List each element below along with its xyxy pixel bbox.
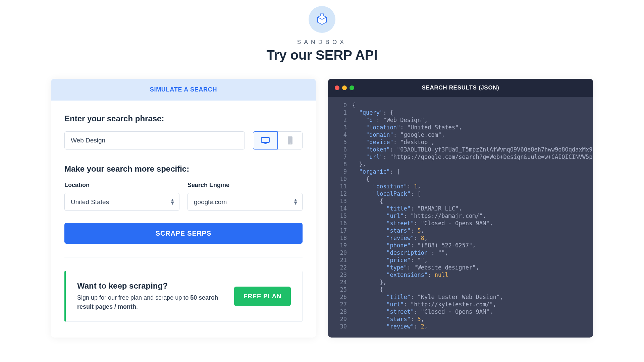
location-select[interactable]: United States (64, 193, 179, 211)
phrase-label: Enter your search phrase: (64, 114, 303, 123)
free-plan-button[interactable]: FREE PLAN (234, 287, 291, 306)
box-icon (309, 6, 335, 33)
line-gutter: 0123456789101112131415161718192021222324… (328, 102, 352, 338)
divider (64, 257, 303, 257)
promo-subtitle: Sign up for our free plan and scrape up … (77, 293, 226, 311)
hero-title: Try our SERP API (0, 48, 644, 63)
svg-rect-0 (261, 137, 269, 142)
hero-eyebrow: SANDBOX (0, 39, 644, 46)
device-desktop-button[interactable] (253, 131, 278, 149)
scrape-button[interactable]: SCRAPE SERPS (64, 223, 303, 244)
results-title: SEARCH RESULTS (JSON) (328, 84, 593, 91)
device-mobile-button[interactable] (278, 131, 303, 149)
svg-point-2 (289, 143, 290, 144)
search-phrase-input[interactable] (64, 131, 245, 149)
json-output: { "query": { "q": "Web Design", "locatio… (352, 102, 593, 338)
promo-title: Want to keep scraping? (77, 281, 226, 291)
promo-box: Want to keep scraping? Sign up for our f… (64, 271, 303, 322)
simulate-header: SIMULATE A SEARCH (51, 79, 316, 101)
chevron-updown-icon: ▲▼ (293, 198, 298, 205)
engine-label: Search Engine (187, 182, 303, 189)
chevron-updown-icon: ▲▼ (170, 198, 175, 205)
results-panel: SEARCH RESULTS (JSON) 012345678910111213… (328, 79, 593, 338)
location-label: Location (64, 182, 179, 189)
engine-select[interactable]: google.com (187, 193, 303, 211)
simulate-panel: SIMULATE A SEARCH Enter your search phra… (51, 79, 316, 338)
specific-label: Make your search more specific: (64, 164, 303, 174)
desktop-icon (261, 136, 270, 144)
mobile-icon (287, 136, 293, 145)
